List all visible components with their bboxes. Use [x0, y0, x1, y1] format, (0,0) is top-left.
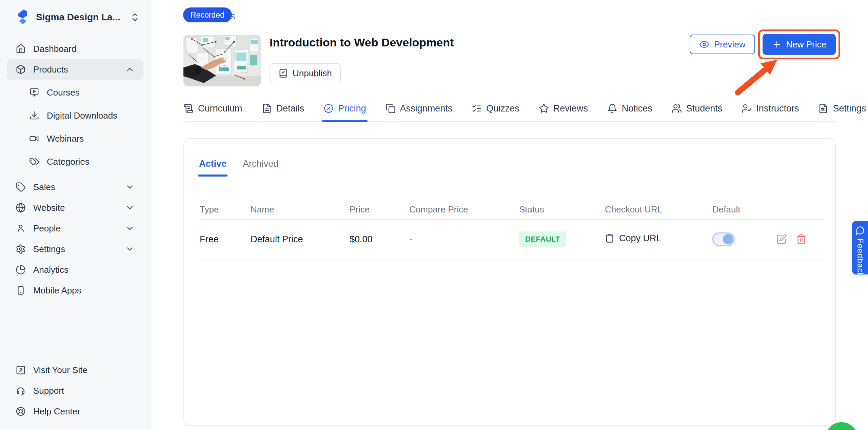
copy-url-label: Copy URL [619, 233, 662, 244]
tab-label: Reviews [553, 103, 588, 114]
workspace-logo-icon [16, 9, 30, 26]
chevrons-up-down-icon [130, 12, 140, 22]
new-price-label: New Price [786, 39, 826, 50]
sidebar-item-people[interactable]: People [7, 218, 143, 239]
tab-label: Curriculum [198, 103, 242, 114]
tab-label: Instructors [756, 103, 799, 114]
sidebar-nav: Dashboard Products Courses Digital Downl… [7, 39, 143, 301]
speech-bubble-icon [855, 226, 865, 235]
chevron-down-icon [125, 203, 135, 212]
cell-price: $0.00 [350, 234, 409, 245]
scroll-icon [183, 103, 194, 114]
sidebar-item-sales[interactable]: Sales [7, 177, 143, 197]
sidebar-item-dashboard[interactable]: Dashboard [7, 39, 143, 59]
chevron-down-icon [125, 182, 135, 192]
workspace-switcher[interactable]: Sigma Design La... [7, 0, 143, 34]
sidebar-item-products[interactable]: Products [7, 59, 143, 80]
tab-instructors[interactable]: Instructors [742, 100, 799, 117]
annotation-arrow-icon [727, 54, 791, 101]
copy-pages-icon [386, 103, 396, 114]
course-thumbnail [183, 35, 261, 86]
new-price-button[interactable]: New Price [763, 34, 836, 55]
price-status-tabs: Active Archived [199, 159, 278, 177]
edit-icon[interactable] [776, 234, 787, 245]
feedback-label: Feedback [855, 239, 865, 277]
subtab-active[interactable]: Active [199, 159, 226, 177]
table-row: Free Default Price $0.00 - DEFAULT Copy … [200, 220, 824, 260]
cell-default [712, 232, 776, 246]
sidebar-item-label: Mobile Apps [33, 285, 81, 296]
table-header-row: Type Name Price Compare Price Status Che… [200, 205, 824, 220]
sidebar-item-categories[interactable]: Categories [7, 151, 143, 172]
sidebar-item-label: Visit Your Site [33, 365, 87, 375]
default-toggle[interactable] [712, 232, 735, 246]
external-link-icon [16, 365, 26, 375]
tab-label: Assignments [400, 103, 453, 114]
file-text-icon [262, 103, 272, 114]
sidebar-item-website[interactable]: Website [7, 198, 143, 218]
tab-assignments[interactable]: Assignments [386, 100, 453, 117]
sidebar-item-label: Courses [47, 87, 80, 98]
home-icon [16, 44, 26, 54]
recorded-badge: Recorded [183, 7, 232, 22]
tab-details[interactable]: Details [262, 100, 304, 117]
tab-label: Pricing [338, 103, 366, 114]
file-gear-icon [818, 103, 828, 114]
tag-icon [16, 182, 26, 192]
smartphone-icon [16, 285, 26, 295]
tab-students[interactable]: Students [672, 100, 723, 117]
sidebar-item-label: Digital Downloads [47, 110, 117, 121]
sidebar-item-settings[interactable]: Settings [7, 239, 143, 259]
tab-reviews[interactable]: Reviews [539, 100, 588, 117]
tab-label: Quizzes [486, 103, 519, 114]
sidebar-item-label: Sales [33, 182, 55, 192]
prices-table: Type Name Price Compare Price Status Che… [200, 205, 824, 260]
bell-icon [607, 103, 617, 114]
sidebar-item-visit-your-site[interactable]: Visit Your Site [7, 360, 143, 380]
chevron-up-icon [125, 65, 135, 74]
unpublish-button[interactable]: Unpublish [270, 63, 341, 83]
sidebar-item-label: Settings [33, 244, 65, 254]
page-title: Introduction to Web Development [270, 36, 454, 49]
list-checks-icon [472, 103, 482, 114]
chevron-down-icon [125, 224, 135, 233]
monitor-play-icon [29, 87, 39, 98]
tab-quizzes[interactable]: Quizzes [472, 100, 519, 117]
col-header-checkout-url: Checkout URL [605, 204, 712, 215]
sidebar-item-courses[interactable]: Courses [7, 82, 143, 103]
tab-pricing[interactable]: Pricing [323, 100, 366, 117]
sidebar-item-analytics[interactable]: Analytics [7, 260, 143, 280]
sidebar-item-mobile-apps[interactable]: Mobile Apps [7, 280, 143, 301]
cell-actions [776, 234, 824, 245]
sidebar-item-digital-downloads[interactable]: Digital Downloads [7, 105, 143, 126]
preview-button[interactable]: Preview [690, 35, 755, 54]
delete-icon[interactable] [796, 234, 807, 245]
pie-chart-icon [16, 265, 26, 275]
active-subtab-underline [198, 175, 228, 177]
tab-settings[interactable]: Settings [818, 100, 866, 117]
subtab-archived[interactable]: Archived [243, 159, 278, 177]
sidebar-item-label: Webinars [47, 134, 84, 144]
package-icon [16, 64, 26, 75]
sidebar-item-help-center[interactable]: Help Center [7, 401, 143, 422]
sidebar-item-label: People [33, 223, 61, 234]
unpublish-label: Unpublish [293, 68, 332, 79]
sidebar-item-label: Analytics [33, 265, 68, 275]
copy-url-button[interactable]: Copy URL [605, 233, 662, 244]
tab-notices[interactable]: Notices [607, 100, 652, 117]
tab-curriculum[interactable]: Curriculum [183, 100, 242, 117]
tab-label: Details [276, 103, 304, 114]
feedback-tab[interactable]: Feedback [852, 221, 868, 274]
sidebar-item-label: Categories [47, 157, 90, 167]
cell-status: DEFAULT [519, 231, 605, 247]
tab-label: Notices [622, 103, 652, 114]
sidebar-item-webinars[interactable]: Webinars [7, 128, 143, 149]
cell-compare-price: - [409, 234, 519, 245]
badge-percent-icon [323, 103, 334, 114]
cell-type: Free [200, 234, 251, 245]
subtab-label: Archived [243, 159, 278, 169]
chevron-down-icon [125, 244, 135, 254]
sidebar-item-label: Products [33, 64, 68, 75]
sidebar-item-support[interactable]: Support [7, 381, 143, 401]
main-content: Courses [151, 0, 868, 430]
